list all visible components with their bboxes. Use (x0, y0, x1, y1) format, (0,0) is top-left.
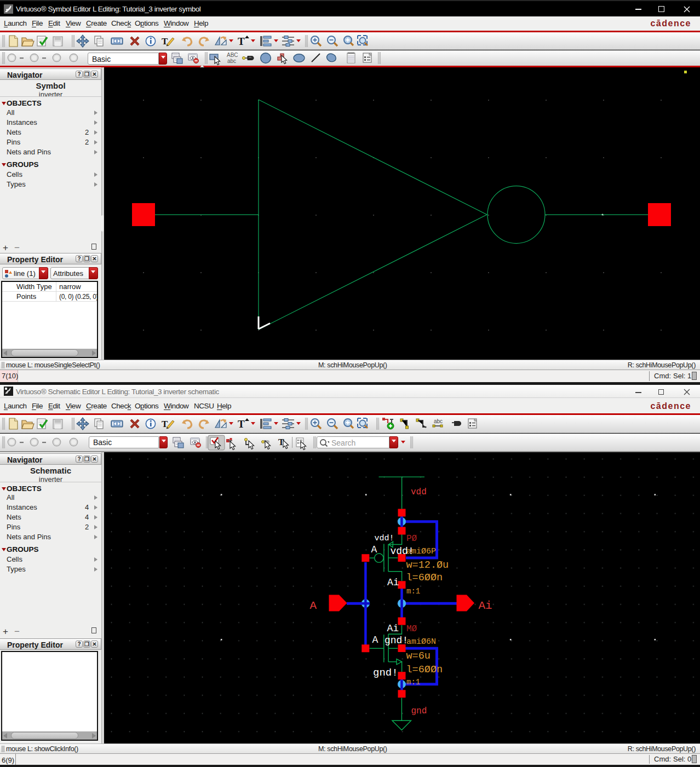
svg-text:Ai: Ai (479, 599, 492, 612)
svg-text:w=6u: w=6u (406, 650, 431, 662)
svg-text:gnd!: gnd! (373, 667, 398, 679)
svg-text:vdd!: vdd! (391, 546, 414, 557)
svg-text:vdd: vdd (411, 487, 427, 497)
svg-text:vdd!: vdd! (375, 534, 394, 543)
svg-text:Ai: Ai (387, 577, 399, 588)
svg-text:m:1: m:1 (406, 587, 420, 596)
svg-text:m:1: m:1 (406, 678, 420, 687)
svg-text:PØ: PØ (406, 534, 417, 544)
svg-text:A: A (372, 635, 378, 645)
svg-text:Ai: Ai (387, 623, 399, 634)
svg-text:A: A (310, 599, 317, 612)
svg-text:w=12.Øu: w=12.Øu (406, 560, 449, 571)
svg-text:l=6ØØn: l=6ØØn (406, 572, 443, 584)
svg-text:l=6ØØn: l=6ØØn (406, 664, 443, 676)
svg-text:A: A (371, 544, 377, 555)
svg-text:MØ: MØ (406, 624, 417, 634)
svg-text:amiØ6N: amiØ6N (406, 637, 436, 647)
svg-text:gnd!: gnd! (385, 635, 408, 646)
svg-text:gnd: gnd (411, 706, 427, 716)
